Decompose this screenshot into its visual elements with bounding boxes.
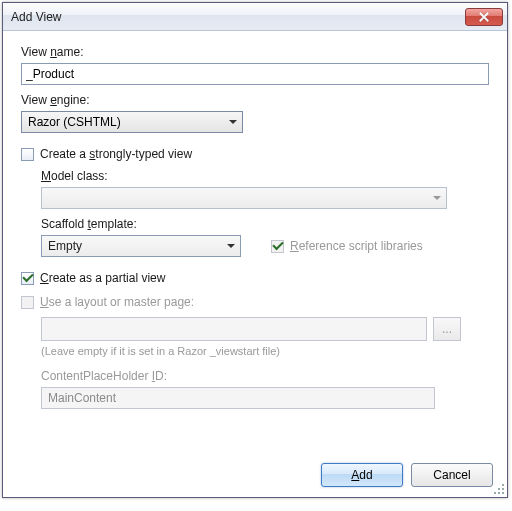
close-button[interactable]	[465, 8, 503, 26]
strongly-typed-label: Create a strongly-typed view	[40, 147, 192, 161]
add-button[interactable]: Add	[321, 463, 403, 487]
view-name-input[interactable]	[21, 63, 489, 85]
ellipsis-icon: ...	[442, 322, 452, 336]
layout-hint: (Leave empty if it is set in a Razor _vi…	[41, 345, 489, 357]
close-icon	[479, 12, 489, 22]
view-engine-label: View engine:	[21, 93, 489, 107]
scaffold-template-combo[interactable]: Empty	[41, 235, 241, 257]
scaffold-template-value: Empty	[48, 239, 82, 253]
strongly-typed-checkbox[interactable]	[21, 148, 34, 161]
titlebar[interactable]: Add View	[3, 3, 507, 31]
scaffold-template-label: Scaffold template:	[41, 217, 489, 231]
resize-grip[interactable]	[491, 481, 505, 495]
chevron-down-icon	[428, 188, 446, 208]
window-title: Add View	[11, 10, 465, 24]
use-layout-label: Use a layout or master page:	[40, 295, 194, 309]
reference-libs-label: Reference script libraries	[290, 239, 423, 253]
partial-view-label: Create as a partial view	[40, 271, 165, 285]
view-name-label: View name:	[21, 45, 489, 59]
use-layout-checkbox	[21, 296, 34, 309]
view-engine-value: Razor (CSHTML)	[28, 115, 121, 129]
dialog-window: Add View View name: View engine: Razor (…	[2, 2, 508, 498]
layout-path-input	[41, 317, 427, 341]
cph-id-value: MainContent	[48, 391, 116, 405]
chevron-down-icon	[224, 112, 242, 132]
reference-libs-checkbox	[271, 240, 284, 253]
cph-id-input: MainContent	[41, 387, 435, 409]
cancel-label: Cancel	[433, 468, 470, 482]
model-class-combo[interactable]	[41, 187, 447, 209]
chevron-down-icon	[222, 236, 240, 256]
view-engine-combo[interactable]: Razor (CSHTML)	[21, 111, 243, 133]
dialog-body: View name: View engine: Razor (CSHTML) C…	[3, 31, 507, 455]
cph-id-label: ContentPlaceHolder ID:	[41, 369, 489, 383]
button-row: Add Cancel	[3, 455, 507, 497]
browse-button: ...	[433, 317, 461, 341]
model-class-label: Model class:	[41, 169, 489, 183]
partial-view-checkbox[interactable]	[21, 272, 34, 285]
cancel-button[interactable]: Cancel	[411, 463, 493, 487]
